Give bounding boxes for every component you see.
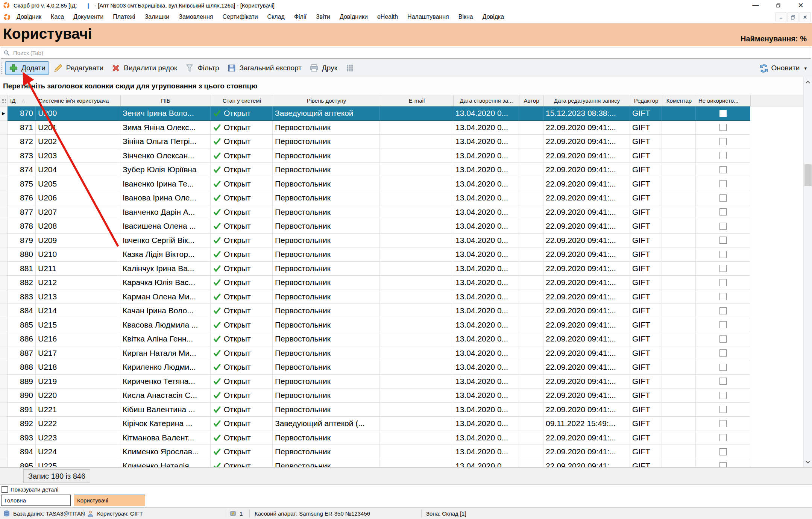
cell-edited[interactable]: 22.09.2020 09:41:... — [543, 360, 630, 375]
cell-name[interactable]: Кириленко Людми... — [120, 360, 211, 375]
cell-name[interactable]: Зубер Юлія Юріївна — [120, 163, 211, 177]
cell-comment[interactable] — [662, 163, 696, 177]
cell-created[interactable]: 13.04.2020 0... — [453, 191, 519, 205]
cell-author[interactable] — [519, 276, 543, 290]
cell-editor[interactable]: GIFT — [630, 262, 662, 276]
cell-created[interactable]: 13.04.2020 0... — [453, 388, 519, 403]
menu-item-11[interactable]: eHealth — [377, 14, 398, 20]
close-icon[interactable]: × — [789, 0, 812, 11]
cell-id[interactable]: 882 — [8, 276, 36, 290]
cell-created[interactable]: 13.04.2020 0... — [453, 135, 519, 149]
unused-checkbox[interactable] — [719, 448, 727, 455]
cell-editor[interactable]: GIFT — [630, 163, 662, 177]
cell-access[interactable]: Первостольник — [273, 135, 380, 149]
cell-unused[interactable] — [696, 219, 750, 234]
toolbar-button-0[interactable]: Додати — [5, 61, 49, 75]
cell-state[interactable]: Открыт — [211, 459, 273, 467]
cell-created[interactable]: 13.04.2020 0... — [453, 247, 519, 262]
cell-sys[interactable]: U218 — [36, 360, 120, 375]
cell-email[interactable] — [380, 375, 453, 389]
cell-comment[interactable] — [662, 234, 696, 248]
cell-access[interactable]: Первостольник — [273, 304, 380, 318]
column-header-0[interactable]: ІД△ — [8, 95, 36, 106]
cell-id[interactable]: 886 — [8, 332, 36, 346]
table-row[interactable]: 885U215Квасова Людмила ...ОткрытПервосто… — [0, 318, 750, 332]
table-row[interactable]: 879U209Івченко Сергій Вік...ОткрытПервос… — [0, 234, 750, 248]
unused-checkbox[interactable] — [719, 349, 727, 357]
cell-state[interactable]: Открыт — [211, 219, 273, 234]
cell-unused[interactable] — [696, 445, 750, 459]
cell-id[interactable]: 879 — [8, 234, 36, 248]
table-row[interactable]: 889U219Кириченко Тетяна...ОткрытПервосто… — [0, 375, 750, 389]
cell-state[interactable]: Открыт — [211, 205, 273, 220]
cell-id[interactable]: 893 — [8, 431, 36, 445]
cell-email[interactable] — [380, 346, 453, 361]
cell-name[interactable]: Кисла Анастасія С... — [120, 388, 211, 403]
cell-comment[interactable] — [662, 332, 696, 346]
unused-checkbox[interactable] — [719, 237, 727, 244]
cell-author[interactable] — [519, 431, 543, 445]
cell-author[interactable] — [519, 332, 543, 346]
cell-unused[interactable] — [696, 247, 750, 262]
column-header-9[interactable]: Редактор — [630, 95, 662, 106]
table-row[interactable]: 873U203Зінченко Олексан...ОткрытПервосто… — [0, 149, 750, 163]
menu-item-1[interactable]: Каса — [51, 14, 64, 20]
cell-name[interactable]: Кібиш Валентина ... — [120, 403, 211, 417]
cell-editor[interactable]: GIFT — [630, 135, 662, 149]
cell-email[interactable] — [380, 417, 453, 431]
cell-unused[interactable] — [696, 360, 750, 375]
table-row[interactable]: 875U205Іваненко Ірина Те...ОткрытПервост… — [0, 177, 750, 191]
chevron-down-icon[interactable]: ▾ — [804, 65, 807, 71]
scroll-up-icon[interactable] — [805, 79, 811, 85]
cell-state[interactable]: Открыт — [211, 445, 273, 459]
cell-editor[interactable]: GIFT — [630, 247, 662, 262]
cell-name[interactable]: Івченко Сергій Вік... — [120, 234, 211, 248]
cell-author[interactable] — [519, 177, 543, 191]
table-row[interactable]: 881U211Калінчук Ірина Ва...ОткрытПервост… — [0, 262, 750, 276]
cell-state[interactable]: Открыт — [211, 247, 273, 262]
cell-id[interactable]: 870 — [8, 106, 36, 121]
table-row[interactable]: 890U220Кисла Анастасія С...ОткрытПервост… — [0, 388, 750, 403]
cell-author[interactable] — [519, 375, 543, 389]
cell-access[interactable]: Первостольник — [273, 262, 380, 276]
cell-access[interactable]: Первостольник — [273, 163, 380, 177]
cell-email[interactable] — [380, 431, 453, 445]
cell-sys[interactable]: U222 — [36, 417, 120, 431]
cell-created[interactable]: 13.04.2020 0... — [453, 360, 519, 375]
cell-unused[interactable] — [696, 346, 750, 361]
unused-checkbox[interactable] — [719, 251, 727, 258]
cell-access[interactable]: Первостольник — [273, 219, 380, 234]
tab-home[interactable]: Головна — [1, 495, 71, 506]
cell-unused[interactable] — [696, 290, 750, 304]
unused-checkbox[interactable] — [719, 194, 727, 202]
cell-email[interactable] — [380, 262, 453, 276]
table-row[interactable]: 877U207Іванченко Дарін А...ОткрытПервост… — [0, 205, 750, 220]
cell-sys[interactable]: U225 — [36, 459, 120, 467]
minimize-icon[interactable]: — — [744, 0, 767, 11]
unused-checkbox[interactable] — [719, 124, 727, 131]
cell-id[interactable]: 888 — [8, 360, 36, 375]
cell-sys[interactable]: U217 — [36, 346, 120, 361]
unused-checkbox[interactable] — [719, 420, 727, 427]
mdi-minimize-icon[interactable] — [776, 12, 786, 22]
refresh-button[interactable]: Оновити ▾ — [759, 59, 807, 77]
cell-email[interactable] — [380, 445, 453, 459]
cell-unused[interactable] — [696, 121, 750, 135]
cell-id[interactable]: 876 — [8, 191, 36, 205]
menu-item-3[interactable]: Платежі — [113, 14, 135, 20]
cell-name[interactable]: Клименко Ярослав... — [120, 445, 211, 459]
cell-access[interactable]: Первостольник — [273, 290, 380, 304]
cell-editor[interactable]: GIFT — [630, 205, 662, 220]
cell-id[interactable]: 875 — [8, 177, 36, 191]
cell-editor[interactable]: GIFT — [630, 332, 662, 346]
column-header-2[interactable]: ПІБ — [121, 95, 211, 106]
cell-editor[interactable]: GIFT — [630, 417, 662, 431]
cell-name[interactable]: Іванова Ірина Оле... — [120, 191, 211, 205]
cell-created[interactable]: 13.04.2020 0... — [453, 205, 519, 220]
table-row[interactable]: 876U206Іванова Ірина Оле...ОткрытПервост… — [0, 191, 750, 205]
cell-email[interactable] — [380, 388, 453, 403]
cell-edited[interactable]: 22.09.2020 09:41:... — [543, 149, 630, 163]
cell-id[interactable]: 889 — [8, 375, 36, 389]
cell-state[interactable]: Открыт — [211, 304, 273, 318]
toolbar-button-4[interactable]: Загальний експорт — [224, 62, 305, 74]
